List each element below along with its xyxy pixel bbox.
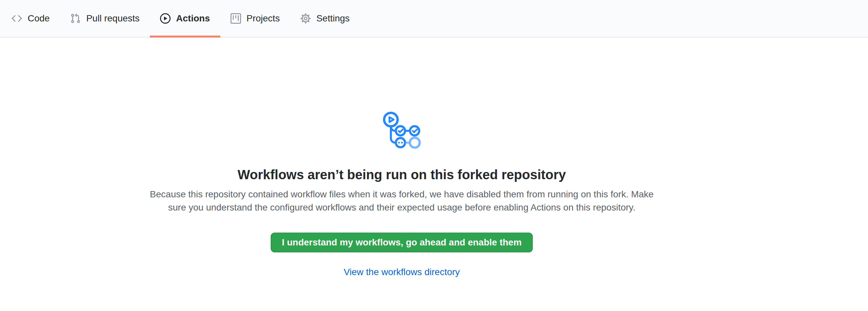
description-line: sure you understand the configured workf… xyxy=(0,201,803,214)
blankslate-description: Because this repository contained workfl… xyxy=(0,188,803,214)
link-row: View the workflows directory xyxy=(0,266,803,278)
tab-code-label: Code xyxy=(28,14,50,23)
git-pull-request-icon xyxy=(70,13,81,24)
active-tab-underline xyxy=(150,36,220,37)
blankslate-title: Workflows aren’t being run on this forke… xyxy=(0,167,803,183)
play-circle-icon xyxy=(160,13,170,24)
enable-workflows-button[interactable]: I understand my workflows, go ahead and … xyxy=(271,232,533,252)
repo-page: Code Pull requests Actions Projects xyxy=(0,0,868,311)
tab-actions-label: Actions xyxy=(176,14,210,23)
main-content: Workflows aren’t being run on this forke… xyxy=(0,37,868,278)
view-workflows-directory-link[interactable]: View the workflows directory xyxy=(344,267,460,277)
tab-settings-label: Settings xyxy=(316,14,350,23)
content-container: Workflows aren’t being run on this forke… xyxy=(0,37,803,278)
code-icon xyxy=(11,13,22,24)
project-icon xyxy=(230,13,241,24)
tab-code[interactable]: Code xyxy=(1,0,60,37)
gear-icon xyxy=(300,13,311,24)
tab-pull-requests-label: Pull requests xyxy=(86,14,140,23)
actions-workflow-graph-icon xyxy=(382,111,422,152)
tab-projects-label: Projects xyxy=(247,14,280,23)
tab-settings[interactable]: Settings xyxy=(290,0,360,37)
tab-pull-requests[interactable]: Pull requests xyxy=(60,0,150,37)
tab-actions[interactable]: Actions xyxy=(150,0,220,37)
tab-projects[interactable]: Projects xyxy=(220,0,290,37)
repo-tab-nav: Code Pull requests Actions Projects xyxy=(0,0,868,37)
description-line: Because this repository contained workfl… xyxy=(0,188,803,201)
actions-disabled-blankslate: Workflows aren’t being run on this forke… xyxy=(0,37,803,278)
